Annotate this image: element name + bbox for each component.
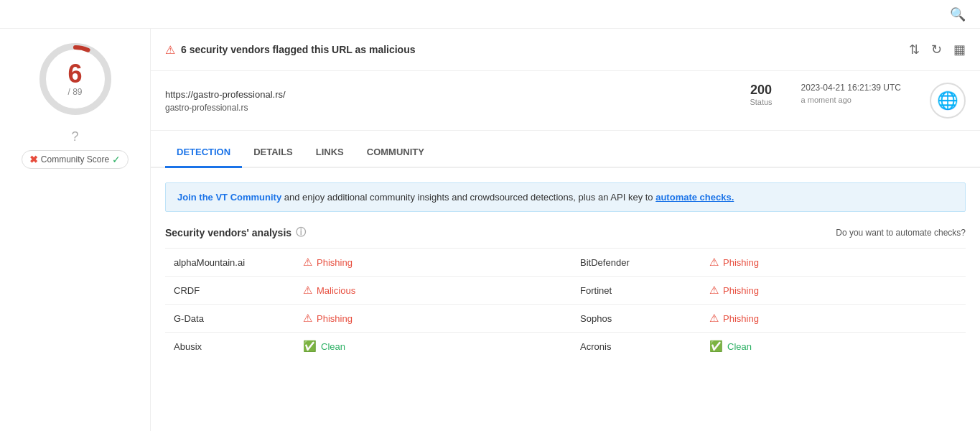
phishing-icon: ⚠ bbox=[303, 256, 312, 269]
globe-icon: 🌐 bbox=[930, 83, 966, 119]
vendor-left-name: alphaMountain.ai bbox=[165, 249, 294, 277]
automate-label: Do you want to automate checks? bbox=[836, 228, 966, 238]
vendor-right-name: Acronis bbox=[571, 333, 701, 361]
top-bar: 🔍 bbox=[0, 0, 980, 29]
phishing-icon: ⚠ bbox=[709, 256, 719, 269]
banner-text: and enjoy additional community insights … bbox=[281, 192, 655, 203]
question-mark-icon: ? bbox=[71, 129, 78, 144]
url-domain: gastro-professional.rs bbox=[165, 103, 286, 113]
score-arc-svg bbox=[39, 43, 111, 115]
status-code: 200 bbox=[750, 83, 772, 98]
vendor-right-status: ⚠ Phishing bbox=[701, 305, 966, 333]
compare-icon[interactable]: ⇅ bbox=[909, 42, 920, 57]
vendor-right-status: ⚠ Phishing bbox=[701, 277, 966, 305]
url-main: https://gastro-professional.rs/ bbox=[165, 89, 286, 100]
vendor-right-status: ⚠ Phishing bbox=[701, 249, 966, 277]
alert-left: ⚠ 6 security vendors flagged this URL as… bbox=[165, 43, 416, 57]
phishing-icon: ⚠ bbox=[303, 312, 312, 325]
date-block: 2023-04-21 16:21:39 UTC a moment ago bbox=[801, 83, 901, 104]
community-banner: Join the VT Community and enjoy addition… bbox=[165, 182, 966, 212]
url-section: https://gastro-professional.rs/ gastro-p… bbox=[151, 71, 980, 131]
vendor-right-name: Fortinet bbox=[571, 277, 701, 305]
tabs-bar: DETECTION DETAILS LINKS COMMUNITY bbox=[151, 138, 980, 168]
right-status-text: Phishing bbox=[723, 257, 759, 268]
alert-actions: ⇅ ↻ ▦ bbox=[909, 42, 966, 57]
community-score-label: Community Score bbox=[41, 154, 109, 164]
automate-checks-link[interactable]: automate checks. bbox=[655, 192, 734, 203]
tab-details[interactable]: DETAILS bbox=[242, 138, 304, 168]
vt-community-link[interactable]: Join the VT Community bbox=[177, 192, 281, 203]
left-status-text: Phishing bbox=[317, 313, 353, 324]
left-status-text: Malicious bbox=[317, 285, 355, 296]
vendor-table: alphaMountain.ai ⚠ Phishing BitDefender … bbox=[165, 248, 966, 360]
clean-icon: ✅ bbox=[303, 340, 317, 353]
tab-community[interactable]: COMMUNITY bbox=[355, 138, 436, 168]
community-score-bar[interactable]: ✖ Community Score ✓ bbox=[22, 150, 129, 169]
date-main: 2023-04-21 16:21:39 UTC bbox=[801, 83, 901, 93]
left-status-text: Clean bbox=[321, 341, 345, 352]
vendor-left-status: ✅ Clean bbox=[294, 333, 571, 361]
main-layout: 6 / 89 ? ✖ Community Score ✓ ⚠ 6 securit… bbox=[0, 29, 980, 431]
section-title: Security vendors' analysis ⓘ bbox=[165, 226, 306, 239]
score-circle: 6 / 89 bbox=[39, 43, 111, 115]
url-info: https://gastro-professional.rs/ gastro-p… bbox=[165, 89, 286, 113]
right-status-text: Phishing bbox=[723, 313, 759, 324]
vendor-left-status: ⚠ Malicious bbox=[294, 277, 571, 305]
vendor-right-name: Sophos bbox=[571, 305, 701, 333]
date-ago: a moment ago bbox=[801, 96, 901, 104]
table-row: CRDF ⚠ Malicious Fortinet ⚠ Phishing bbox=[165, 277, 966, 305]
tab-detection[interactable]: DETECTION bbox=[165, 138, 242, 168]
info-icon[interactable]: ⓘ bbox=[296, 226, 306, 239]
phishing-icon: ⚠ bbox=[709, 312, 719, 325]
url-meta: 200 Status 2023-04-21 16:21:39 UTC a mom… bbox=[750, 83, 966, 119]
vendor-left-status: ⚠ Phishing bbox=[294, 249, 571, 277]
table-row: G-Data ⚠ Phishing Sophos ⚠ Phishing bbox=[165, 305, 966, 333]
phishing-icon: ⚠ bbox=[709, 284, 719, 297]
vendor-right-name: BitDefender bbox=[571, 249, 701, 277]
alert-icon: ⚠ bbox=[165, 43, 175, 57]
alert-bar: ⚠ 6 security vendors flagged this URL as… bbox=[151, 29, 980, 71]
vendors-section-header: Security vendors' analysis ⓘ Do you want… bbox=[165, 226, 966, 239]
check-icon: ✓ bbox=[112, 154, 121, 165]
svg-point-0 bbox=[44, 47, 107, 111]
vendor-right-status: ✅ Clean bbox=[701, 333, 966, 361]
right-status-text: Phishing bbox=[723, 285, 759, 296]
left-status-text: Phishing bbox=[317, 257, 353, 268]
left-panel: 6 / 89 ? ✖ Community Score ✓ bbox=[0, 29, 151, 431]
vendor-left-name: G-Data bbox=[165, 305, 294, 333]
right-panel: ⚠ 6 security vendors flagged this URL as… bbox=[151, 29, 980, 431]
vendor-left-name: CRDF bbox=[165, 277, 294, 305]
vendors-title: Security vendors' analysis bbox=[165, 227, 291, 238]
status-block: 200 Status bbox=[750, 83, 772, 106]
clean-icon: ✅ bbox=[709, 340, 723, 353]
vendor-left-name: Abusix bbox=[165, 333, 294, 361]
x-icon: ✖ bbox=[29, 154, 38, 165]
content-area: Join the VT Community and enjoy addition… bbox=[151, 168, 980, 374]
right-status-text: Clean bbox=[727, 341, 752, 352]
refresh-icon[interactable]: ↻ bbox=[931, 42, 942, 57]
search-icon[interactable]: 🔍 bbox=[950, 6, 966, 22]
status-label: Status bbox=[750, 98, 772, 106]
table-row: alphaMountain.ai ⚠ Phishing BitDefender … bbox=[165, 249, 966, 277]
phishing-icon: ⚠ bbox=[303, 284, 312, 297]
vendor-left-status: ⚠ Phishing bbox=[294, 305, 571, 333]
qr-icon[interactable]: ▦ bbox=[953, 42, 966, 57]
alert-text: 6 security vendors flagged this URL as m… bbox=[181, 44, 416, 55]
table-row: Abusix ✅ Clean Acronis ✅ Clean bbox=[165, 333, 966, 361]
tab-links[interactable]: LINKS bbox=[304, 138, 355, 168]
